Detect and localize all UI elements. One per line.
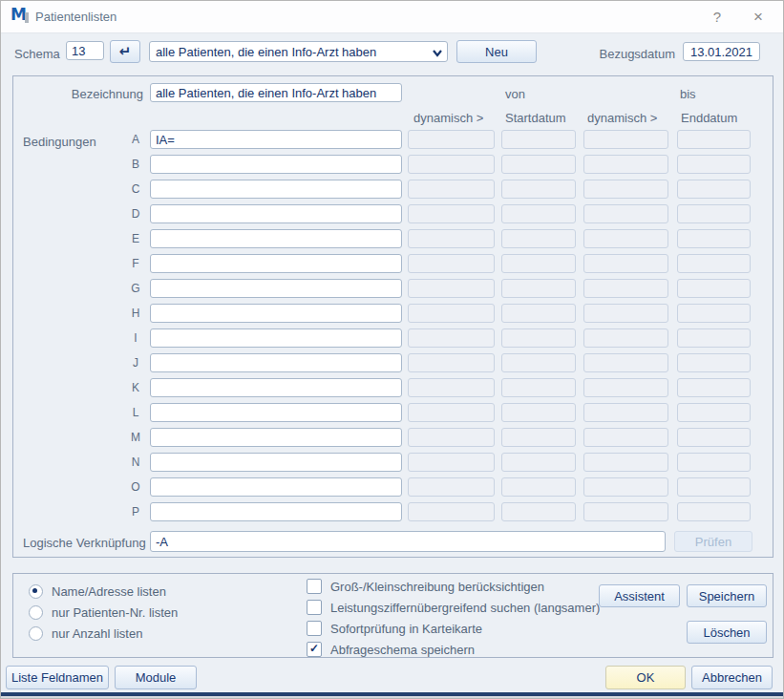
condition-input-G[interactable] xyxy=(150,279,402,298)
row-letter-J: J xyxy=(126,356,145,370)
condition-row-K: K xyxy=(13,378,773,399)
row-D-enddatum-field xyxy=(677,204,751,223)
condition-row-P: P xyxy=(13,502,773,523)
row-F-dynamisch-bis-field xyxy=(583,254,668,273)
condition-input-D[interactable] xyxy=(150,204,402,223)
checkbox-label: Sofortprüfung in Karteikarte xyxy=(330,622,482,636)
row-G-enddatum-field xyxy=(677,279,751,298)
condition-input-B[interactable] xyxy=(150,155,402,174)
row-J-dynamisch-bis-field xyxy=(583,353,668,372)
condition-input-L[interactable] xyxy=(150,403,402,422)
condition-input-E[interactable] xyxy=(150,229,402,248)
row-B-dynamisch-bis-field xyxy=(583,155,668,174)
schema-select[interactable]: alle Patienten, die einen Info-Arzt habe… xyxy=(149,41,448,62)
row-K-dynamisch-bis-field xyxy=(583,378,668,397)
condition-input-J[interactable] xyxy=(150,353,402,372)
condition-input-F[interactable] xyxy=(150,254,402,273)
speichern-button[interactable]: Speichern xyxy=(687,584,767,607)
col-enddatum-label: Enddatum xyxy=(681,111,737,125)
assistent-button[interactable]: Assistent xyxy=(599,584,680,607)
row-M-startdatum-field xyxy=(501,428,576,447)
condition-input-P[interactable] xyxy=(150,502,402,521)
checkbox-icon[interactable] xyxy=(307,621,322,636)
checkbox-icon[interactable] xyxy=(307,579,322,594)
checkbox-option-3[interactable]: Sofortprüfung in Karteikarte xyxy=(307,619,482,638)
row-E-dynamisch-bis-field xyxy=(583,229,668,248)
row-E-enddatum-field xyxy=(677,229,751,248)
checkbox-checked-icon[interactable]: ✓ xyxy=(307,642,322,657)
row-K-dynamisch-von-field xyxy=(408,378,495,397)
row-F-startdatum-field xyxy=(501,254,576,273)
row-D-startdatum-field xyxy=(501,204,576,223)
bezeichnung-input[interactable] xyxy=(150,83,402,102)
bezugsdatum-label: Bezugsdatum xyxy=(574,47,675,61)
col-startdatum-label: Startdatum xyxy=(505,111,566,125)
row-M-enddatum-field xyxy=(677,428,751,447)
row-letter-N: N xyxy=(126,455,145,469)
row-letter-L: L xyxy=(126,406,145,419)
row-J-dynamisch-von-field xyxy=(408,353,495,372)
row-H-startdatum-field xyxy=(501,304,576,323)
radio-option-1[interactable]: Name/Adresse listen xyxy=(29,582,166,601)
row-letter-F: F xyxy=(126,257,145,270)
row-B-startdatum-field xyxy=(501,155,576,174)
condition-input-K[interactable] xyxy=(150,378,402,397)
row-O-dynamisch-von-field xyxy=(408,477,495,497)
checkbox-icon[interactable] xyxy=(307,600,322,615)
condition-row-J: J xyxy=(13,353,773,374)
loeschen-button[interactable]: Löschen xyxy=(687,621,767,644)
condition-input-M[interactable] xyxy=(150,428,402,447)
radio-label: nur Patienten-Nr. listen xyxy=(52,605,178,620)
row-letter-M: M xyxy=(126,431,145,444)
row-C-dynamisch-bis-field xyxy=(583,180,668,199)
close-icon[interactable]: × xyxy=(745,7,772,28)
checkbox-option-4[interactable]: ✓Abfrageschema speichern xyxy=(307,640,475,659)
radio-option-3[interactable]: nur Anzahl listen xyxy=(29,624,142,643)
condition-input-H[interactable] xyxy=(150,304,402,323)
row-A-dynamisch-bis-field xyxy=(583,130,668,149)
radio-icon[interactable] xyxy=(29,605,43,620)
condition-input-N[interactable] xyxy=(150,453,402,472)
checkbox-option-1[interactable]: Groß-/Kleinschreibung berücksichtigen xyxy=(307,577,544,596)
condition-input-A[interactable] xyxy=(150,130,402,149)
condition-row-N: N xyxy=(13,453,773,474)
condition-input-C[interactable] xyxy=(150,180,402,199)
liste-feldnamen-button[interactable]: Liste Feldnamen xyxy=(6,666,109,689)
row-P-startdatum-field xyxy=(501,502,576,521)
row-letter-K: K xyxy=(126,381,145,394)
module-button[interactable]: Module xyxy=(115,666,197,689)
ok-button[interactable]: OK xyxy=(605,666,686,689)
row-G-startdatum-field xyxy=(501,279,576,298)
pruefen-button: Prüfen xyxy=(674,531,752,552)
titlebar: M Patientenlisten ? × xyxy=(1,1,783,33)
row-I-enddatum-field xyxy=(677,328,751,348)
schema-input[interactable] xyxy=(66,41,104,60)
row-C-dynamisch-von-field xyxy=(408,180,495,199)
logik-label: Logische Verknüpfung xyxy=(23,536,146,550)
condition-row-D: D xyxy=(13,204,773,225)
radio-icon[interactable] xyxy=(29,626,43,641)
abbrechen-button[interactable]: Abbrechen xyxy=(691,666,773,689)
checkbox-label: Leistungsziffernübergreifend suchen (lan… xyxy=(330,601,600,615)
row-G-dynamisch-bis-field xyxy=(583,279,668,298)
radio-option-2[interactable]: nur Patienten-Nr. listen xyxy=(29,603,178,622)
logik-input[interactable] xyxy=(150,531,666,552)
app-logo-icon: M xyxy=(11,8,32,25)
checkbox-option-2[interactable]: Leistungsziffernübergreifend suchen (lan… xyxy=(307,598,600,617)
neu-button[interactable]: Neu xyxy=(456,40,537,63)
bezugsdatum-input[interactable] xyxy=(683,42,760,61)
row-L-dynamisch-von-field xyxy=(408,403,495,422)
row-O-dynamisch-bis-field xyxy=(583,477,668,497)
condition-input-I[interactable] xyxy=(150,328,402,348)
radio-icon[interactable] xyxy=(29,584,43,599)
row-M-dynamisch-von-field xyxy=(408,428,495,447)
condition-input-O[interactable] xyxy=(150,477,402,497)
apply-schema-button[interactable]: ↵ xyxy=(110,40,140,63)
row-L-enddatum-field xyxy=(677,403,751,422)
help-icon[interactable]: ? xyxy=(704,7,731,28)
row-letter-D: D xyxy=(126,207,145,221)
row-E-dynamisch-von-field xyxy=(408,229,495,248)
row-letter-B: B xyxy=(126,158,145,171)
row-H-dynamisch-bis-field xyxy=(583,304,668,323)
window-shadow xyxy=(1,696,783,698)
